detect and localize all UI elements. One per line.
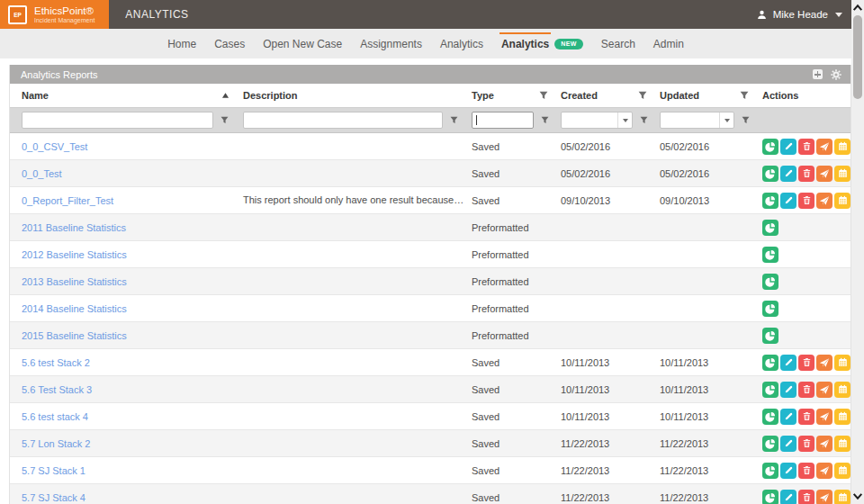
report-name-link[interactable]: 5.6 test Stack 2 <box>22 357 90 368</box>
schedule-report-button[interactable] <box>834 193 850 209</box>
add-report-button[interactable] <box>812 69 823 80</box>
column-label: Actions <box>762 90 798 101</box>
nav-item-home[interactable]: Home <box>166 29 198 58</box>
nav-item-assignments[interactable]: Assignments <box>358 29 424 58</box>
type-filter-menu-button[interactable] <box>534 116 555 124</box>
scroll-up-button[interactable] <box>851 1 864 14</box>
name-filter-input[interactable] <box>22 114 212 126</box>
schedule-report-button[interactable] <box>834 436 850 452</box>
updated-filter-input[interactable] <box>661 114 719 126</box>
report-name-link[interactable]: 5.7 Lon Stack 2 <box>22 438 90 449</box>
delete-report-button[interactable] <box>798 436 814 452</box>
view-report-button[interactable] <box>762 463 778 479</box>
created-filter-menu-button[interactable] <box>633 116 654 124</box>
send-report-button[interactable] <box>816 139 832 155</box>
filter-funnel-icon[interactable] <box>740 91 749 100</box>
delete-report-button[interactable] <box>798 139 814 155</box>
scrollbar-thumb[interactable] <box>853 15 862 99</box>
edit-report-button[interactable] <box>780 409 796 425</box>
nav-item-admin[interactable]: Admin <box>652 29 686 58</box>
edit-report-button[interactable] <box>780 463 796 479</box>
view-report-button[interactable] <box>762 490 778 504</box>
delete-report-button[interactable] <box>798 193 814 209</box>
delete-report-button[interactable] <box>798 382 814 398</box>
nav-item-analytics-new[interactable]: Analytics NEW <box>500 29 585 58</box>
schedule-report-button[interactable] <box>834 490 850 504</box>
view-report-button[interactable] <box>762 382 778 398</box>
updated-datepicker-button[interactable] <box>719 112 734 128</box>
schedule-report-button[interactable] <box>834 382 850 398</box>
send-report-button[interactable] <box>816 463 832 479</box>
view-report-button[interactable] <box>762 220 778 236</box>
edit-report-button[interactable] <box>780 355 796 371</box>
report-name-link[interactable]: 5.7 SJ Stack 4 <box>22 492 86 503</box>
report-name-link[interactable]: 2012 Baseline Statistics <box>22 249 127 260</box>
filter-funnel-icon[interactable] <box>638 91 647 100</box>
schedule-report-button[interactable] <box>834 409 850 425</box>
view-report-button[interactable] <box>762 328 778 344</box>
send-report-button[interactable] <box>816 409 832 425</box>
scroll-down-button[interactable] <box>851 490 864 502</box>
edit-report-button[interactable] <box>780 166 796 182</box>
edit-report-button[interactable] <box>780 436 796 452</box>
report-name-link[interactable]: 2015 Baseline Statistics <box>22 330 127 341</box>
report-name-link[interactable]: 2014 Baseline Statistics <box>22 303 127 314</box>
updated-filter-menu-button[interactable] <box>734 116 756 124</box>
schedule-report-button[interactable] <box>834 166 850 182</box>
schedule-report-button[interactable] <box>834 355 850 371</box>
description-filter-input[interactable] <box>244 114 442 126</box>
report-name-link[interactable]: 5.6 test stack 4 <box>22 411 88 422</box>
view-report-button[interactable] <box>762 301 778 317</box>
edit-report-button[interactable] <box>780 382 796 398</box>
nav-item-cases[interactable]: Cases <box>212 29 247 58</box>
view-report-button[interactable] <box>762 274 778 290</box>
send-report-button[interactable] <box>816 490 832 504</box>
report-name-link[interactable]: 0_Report_Filter_Test <box>22 195 113 206</box>
created-filter-input[interactable] <box>562 114 617 126</box>
view-report-button[interactable] <box>762 409 778 425</box>
view-report-button[interactable] <box>762 166 778 182</box>
send-report-button[interactable] <box>816 436 832 452</box>
view-report-button[interactable] <box>762 247 778 263</box>
delete-report-button[interactable] <box>798 463 814 479</box>
delete-report-button[interactable] <box>798 355 814 371</box>
schedule-report-button[interactable] <box>834 463 850 479</box>
type-filter-input[interactable] <box>472 114 533 126</box>
send-report-button[interactable] <box>816 355 832 371</box>
column-header-type[interactable]: Type <box>470 84 559 107</box>
report-name-link[interactable]: 5.6 Test Stack 3 <box>22 384 92 395</box>
created-datepicker-button[interactable] <box>617 112 632 128</box>
schedule-report-button[interactable] <box>834 139 850 155</box>
view-report-button[interactable] <box>762 436 778 452</box>
delete-report-button[interactable] <box>798 490 814 504</box>
send-report-button[interactable] <box>816 166 832 182</box>
filter-funnel-icon[interactable] <box>539 91 548 100</box>
nav-item-open-new-case[interactable]: Open New Case <box>261 29 344 58</box>
send-report-button[interactable] <box>816 193 832 209</box>
column-header-name[interactable]: Name <box>10 84 240 107</box>
edit-report-button[interactable] <box>780 139 796 155</box>
report-name-link[interactable]: 2013 Baseline Statistics <box>22 276 127 287</box>
report-name-link[interactable]: 0_0_Test <box>22 168 62 179</box>
view-report-button[interactable] <box>762 139 778 155</box>
delete-report-button[interactable] <box>798 166 814 182</box>
delete-report-button[interactable] <box>798 409 814 425</box>
edit-report-button[interactable] <box>780 490 796 504</box>
description-filter-menu-button[interactable] <box>443 116 464 124</box>
column-header-created[interactable]: Created <box>559 84 658 107</box>
grid-settings-button[interactable] <box>831 69 842 80</box>
nav-item-analytics[interactable]: Analytics <box>438 29 485 58</box>
view-report-button[interactable] <box>762 193 778 209</box>
column-header-description[interactable]: Description <box>240 84 470 107</box>
view-report-button[interactable] <box>762 355 778 371</box>
nav-item-search[interactable]: Search <box>599 29 637 58</box>
column-header-updated[interactable]: Updated <box>658 84 760 107</box>
report-name-link[interactable]: 0_0_CSV_Test <box>22 141 87 152</box>
name-filter-menu-button[interactable] <box>213 116 235 124</box>
report-name-link[interactable]: 5.7 SJ Stack 1 <box>22 465 86 476</box>
report-name-link[interactable]: 2011 Baseline Statistics <box>22 222 126 233</box>
edit-report-button[interactable] <box>780 193 796 209</box>
user-menu[interactable]: Mike Heade <box>756 0 842 29</box>
vertical-scrollbar[interactable] <box>851 0 864 504</box>
send-report-button[interactable] <box>816 382 832 398</box>
